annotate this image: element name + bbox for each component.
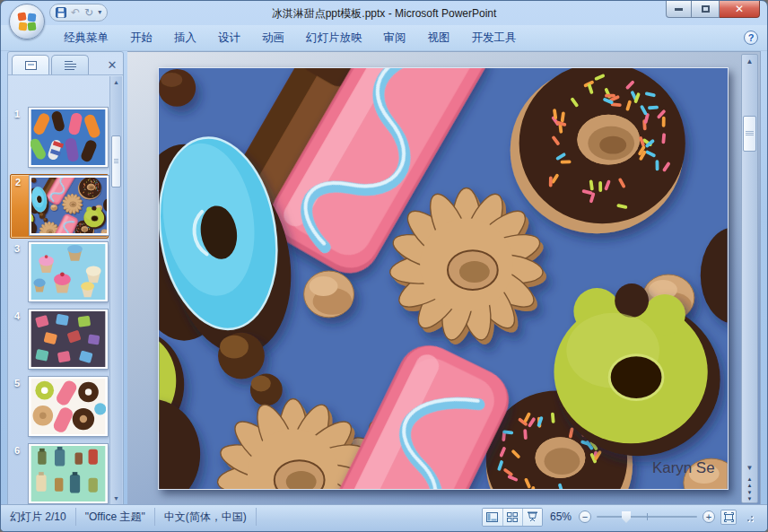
close-button[interactable]: ✕ bbox=[720, 1, 760, 18]
slide-number: 4 bbox=[14, 310, 20, 321]
tab-slides-thumbnails[interactable] bbox=[12, 55, 49, 74]
slide-number: 3 bbox=[14, 243, 20, 254]
slide-2-image bbox=[30, 176, 109, 235]
help-button[interactable]: ? bbox=[744, 31, 758, 45]
scrollbar-thumb[interactable] bbox=[743, 116, 756, 152]
zoom-slider-thumb[interactable] bbox=[622, 511, 631, 523]
panel-close-icon[interactable]: ✕ bbox=[103, 57, 121, 74]
previous-slide-button[interactable]: ▲▲ bbox=[742, 475, 757, 489]
slide-indicator[interactable]: 幻灯片 2/10 bbox=[1, 508, 76, 526]
window-controls: ✕ bbox=[666, 1, 760, 18]
slideshow-button[interactable] bbox=[522, 509, 542, 526]
slideshow-icon bbox=[527, 511, 538, 522]
slide-thumbnail-2-selected[interactable]: 2 bbox=[10, 174, 109, 239]
slide-5-image bbox=[29, 377, 108, 436]
tab-developer[interactable]: 开发工具 bbox=[461, 27, 528, 49]
tab-insert[interactable]: 插入 bbox=[163, 27, 207, 49]
resize-grip[interactable] bbox=[744, 512, 753, 521]
status-bar: 幻灯片 2/10 "Office 主题" 中文(简体，中国) bbox=[1, 504, 767, 531]
office-button[interactable] bbox=[9, 4, 45, 39]
slide-number: 1 bbox=[14, 109, 20, 119]
tab-classic-menu[interactable]: 经典菜单 bbox=[53, 27, 119, 49]
slide-sorter-button[interactable] bbox=[502, 509, 522, 526]
vertical-scrollbar[interactable]: ▲ ▼ ▲▲ ▼▼ bbox=[741, 54, 758, 503]
restore-button[interactable] bbox=[692, 1, 720, 18]
slides-panel: ✕ 1 bbox=[7, 51, 124, 506]
tab-design[interactable]: 设计 bbox=[207, 27, 251, 49]
office-logo-icon bbox=[18, 13, 36, 31]
theme-indicator[interactable]: "Office 主题" bbox=[76, 508, 155, 526]
slide-thumbnail-5[interactable]: 5 bbox=[10, 376, 109, 440]
scroll-down-icon[interactable]: ▼ bbox=[742, 461, 757, 475]
powerpoint-window: ↶ ↻ ▾ 冰淇淋甜点ppt模板.pptx - Microsoft PowerP… bbox=[0, 0, 768, 532]
slide-number: 5 bbox=[14, 378, 20, 388]
zoom-slider[interactable] bbox=[597, 510, 697, 523]
title-bar: ↶ ↻ ▾ 冰淇淋甜点ppt模板.pptx - Microsoft PowerP… bbox=[1, 1, 767, 25]
window-title: 冰淇淋甜点ppt模板.pptx - Microsoft PowerPoint bbox=[1, 6, 767, 22]
normal-view-icon bbox=[486, 512, 498, 522]
slide-4-image bbox=[29, 310, 108, 369]
slide-number: 6 bbox=[14, 445, 20, 456]
fit-to-window-icon bbox=[724, 512, 734, 522]
next-slide-button[interactable]: ▼▼ bbox=[742, 489, 757, 502]
restore-icon bbox=[702, 5, 710, 13]
close-icon: ✕ bbox=[735, 3, 744, 15]
minimize-button[interactable] bbox=[666, 1, 692, 18]
tab-view[interactable]: 视图 bbox=[417, 27, 461, 49]
tab-animations[interactable]: 动画 bbox=[251, 27, 295, 49]
slide-workspace: ▲ ▼ ▲▲ ▼▼ bbox=[127, 51, 761, 506]
tab-review[interactable]: 审阅 bbox=[373, 27, 417, 49]
slide-artwork bbox=[159, 68, 728, 489]
scrollbar-track[interactable] bbox=[742, 69, 757, 461]
panel-scroll-up-icon[interactable]: ▲ bbox=[110, 76, 122, 88]
slide-number: 2 bbox=[15, 177, 21, 188]
view-buttons bbox=[482, 508, 543, 527]
scroll-up-icon[interactable]: ▲ bbox=[742, 55, 757, 69]
zoom-slider-center-tick bbox=[647, 513, 648, 520]
thumbnail-list: 1 bbox=[8, 76, 109, 505]
slide-thumbnail-4[interactable]: 4 bbox=[10, 309, 109, 373]
normal-view-button[interactable] bbox=[483, 509, 502, 526]
slide-sorter-icon bbox=[507, 512, 518, 522]
slide-6-image bbox=[29, 444, 108, 503]
tab-slideshow[interactable]: 幻灯片放映 bbox=[295, 27, 373, 49]
main-area: ✕ 1 bbox=[1, 51, 767, 506]
fit-to-window-button[interactable] bbox=[720, 510, 737, 525]
minimize-icon bbox=[675, 8, 683, 11]
statusbar-right: 65% − + bbox=[482, 508, 767, 527]
slide-thumbnail-3[interactable]: 3 bbox=[10, 241, 109, 306]
slide-canvas[interactable] bbox=[158, 67, 729, 490]
scroll-grip bbox=[746, 130, 754, 136]
panel-scrollbar[interactable]: ▲ ▼ bbox=[109, 76, 122, 504]
panel-scroll-down-icon[interactable]: ▼ bbox=[110, 493, 122, 504]
scroll-grip bbox=[114, 158, 118, 164]
tab-home[interactable]: 开始 bbox=[119, 27, 163, 49]
slide-thumbnail-6[interactable]: 6 bbox=[10, 443, 109, 505]
zoom-in-button[interactable]: + bbox=[703, 510, 715, 523]
panel-scrollbar-thumb[interactable] bbox=[111, 135, 121, 188]
slide-thumbnail-1[interactable]: 1 bbox=[10, 107, 109, 171]
language-indicator[interactable]: 中文(简体，中国) bbox=[155, 508, 257, 526]
panel-tabs: ✕ bbox=[8, 52, 123, 75]
ribbon-tab-strip: 经典菜单 开始 插入 设计 动画 幻灯片放映 审阅 视图 开发工具 ? bbox=[1, 25, 767, 51]
ribbon-tabs: 经典菜单 开始 插入 设计 动画 幻灯片放映 审阅 视图 开发工具 bbox=[53, 27, 528, 49]
outline-tab-icon bbox=[65, 61, 76, 70]
slide-3-image bbox=[29, 242, 108, 301]
slide-1-image bbox=[29, 108, 108, 167]
slides-tab-icon bbox=[25, 61, 37, 70]
zoom-out-button[interactable]: − bbox=[579, 510, 591, 523]
zoom-level[interactable]: 65% bbox=[550, 510, 572, 523]
tab-outline[interactable] bbox=[51, 55, 89, 74]
